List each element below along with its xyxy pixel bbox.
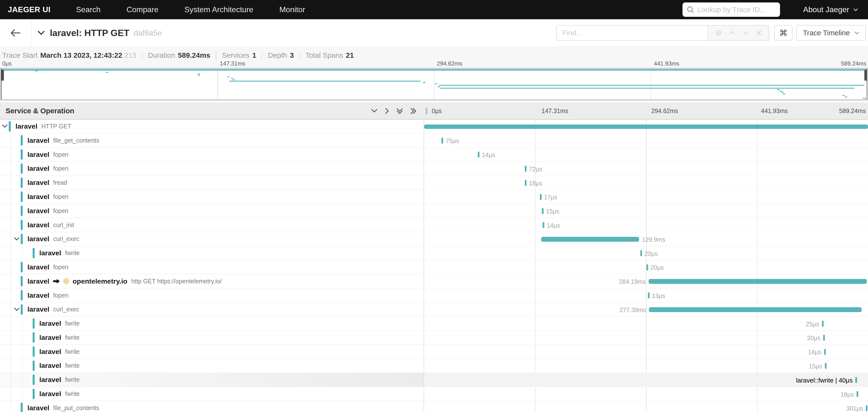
span-bar-row[interactable]: 13μs (424, 288, 868, 303)
span-bar-row[interactable]: 25μs (424, 317, 868, 331)
span-bar-row[interactable]: 14μs (424, 148, 868, 162)
span-name-row[interactable]: laravelfopen (0, 288, 424, 303)
expand-one-icon[interactable] (385, 108, 389, 114)
span-name-row[interactable]: laravelfwrite (0, 387, 424, 401)
span-bar-row[interactable]: 15μs (424, 204, 868, 218)
minimap-scrubber-left[interactable] (1, 70, 4, 81)
span-name-row[interactable]: laravelcurl_exec (0, 303, 424, 317)
span-bar-tick[interactable] (824, 349, 826, 355)
nav-item-search[interactable]: Search (76, 5, 101, 14)
find-box (556, 25, 769, 41)
span-bar[interactable] (424, 125, 868, 129)
span-bar-tick[interactable] (525, 180, 527, 186)
back-button[interactable] (0, 19, 31, 46)
search-icon (687, 6, 694, 13)
expand-all-icon[interactable] (410, 108, 416, 114)
span-bar-tick[interactable] (857, 391, 858, 397)
find-prev-icon[interactable] (729, 31, 735, 35)
span-bar-row[interactable]: 18μs (424, 176, 868, 190)
span-bar-tick[interactable] (855, 377, 857, 383)
collapse-all-icon[interactable] (396, 108, 403, 114)
nav-item-compare[interactable]: Compare (126, 5, 158, 14)
span-name-row[interactable]: laravelfwrite (0, 331, 424, 345)
operation-name: fopen (53, 264, 68, 271)
span-name-row[interactable]: laravelfwrite (0, 345, 424, 359)
span-bar-row[interactable]: laravel::fwrite | 40μs (424, 373, 868, 387)
span-bar-tick[interactable] (525, 166, 527, 172)
span-bar-row[interactable]: 17μs (424, 190, 868, 204)
trace-lookup-input[interactable] (698, 6, 775, 14)
keyboard-shortcuts-button[interactable]: ⌘ (774, 25, 793, 41)
span-bar-row[interactable]: 277.39ms (424, 303, 868, 317)
span-name-row[interactable]: laravelfopen (0, 148, 424, 162)
span-bar-tick[interactable] (648, 292, 650, 298)
span-bar-tick[interactable] (823, 335, 825, 341)
app-logo[interactable]: JAEGER UI (8, 5, 51, 14)
span-name-row[interactable]: laravelfopen (0, 260, 424, 275)
span-name-row[interactable]: laravelcurl_init (0, 218, 424, 232)
span-bar-tick[interactable] (542, 208, 544, 214)
span-name-row[interactable]: laravelfile_put_contents (0, 401, 424, 412)
span-bar-row[interactable]: 20μs (424, 260, 868, 275)
span-bar-row[interactable]: 72μs (424, 162, 868, 176)
span-name-row[interactable]: laravelopentelemetry.iohttp GET https://… (0, 274, 424, 288)
span-expand-chevron[interactable] (14, 237, 20, 241)
span-bar-row[interactable]: 75μs (424, 133, 868, 148)
nav-item-monitor[interactable]: Monitor (279, 5, 305, 14)
span-expand-chevron[interactable] (14, 308, 20, 311)
span-bar-row[interactable]: 18μs (424, 387, 868, 401)
span-bar-row[interactable]: 129.9ms (424, 232, 868, 246)
operation-name: fopen (53, 292, 68, 299)
span-bar-tick[interactable] (866, 405, 868, 411)
span-bar-tick[interactable] (646, 264, 648, 271)
summary-divider (142, 52, 142, 59)
span-name-row[interactable]: laravelfread (0, 176, 424, 190)
jaeger-trace-page: JAEGER UI SearchCompareSystem Architectu… (0, 0, 868, 412)
focus-target-icon[interactable] (715, 29, 722, 36)
span-name-row[interactable]: laravelfopen (0, 190, 424, 204)
span-name-row[interactable]: laravelHTTP GET (0, 120, 424, 134)
span-name-row[interactable]: laravelfwrite (0, 246, 424, 260)
span-bar-tick[interactable] (640, 250, 642, 256)
trace-view-dropdown[interactable]: Trace Timeline (796, 25, 866, 41)
span-bar-tick[interactable] (441, 138, 443, 144)
about-jaeger-menu[interactable]: About Jaeger (803, 5, 858, 14)
span-name-row[interactable]: laravelfwrite (0, 359, 424, 373)
span-bar-row[interactable]: 301μs (424, 401, 868, 412)
operation-name: fopen (53, 193, 68, 200)
span-bar[interactable] (649, 279, 867, 284)
span-bar-row[interactable]: 20μs (424, 246, 868, 260)
span-bar-row[interactable]: 20μs (424, 331, 868, 345)
span-bar-tick[interactable] (825, 363, 827, 369)
span-name-row[interactable]: laravelfwrite (0, 317, 424, 331)
span-name-row[interactable]: laravelfile_get_contents (0, 133, 424, 148)
span-bar-row[interactable] (424, 120, 868, 134)
span-bar-row[interactable]: 14μs (424, 218, 868, 232)
span-name-row[interactable]: laravelcurl_exec (0, 232, 424, 246)
span-name-row[interactable]: laravelfwrite (0, 373, 424, 387)
collapse-one-icon[interactable] (371, 109, 378, 113)
span-bar[interactable] (649, 307, 861, 312)
span-expand-chevron[interactable] (2, 124, 8, 128)
span-bar-row[interactable]: 15μs (424, 359, 868, 373)
span-bar-row[interactable]: 284.19ms (424, 274, 868, 288)
nav-item-system-architecture[interactable]: System Architecture (185, 5, 253, 14)
span-bar[interactable] (541, 237, 639, 242)
span-bar-row[interactable]: 14μs (424, 345, 868, 359)
minimap-scrubber-right[interactable] (864, 70, 867, 81)
find-next-icon[interactable] (743, 31, 749, 35)
find-input[interactable] (557, 26, 707, 40)
span-bar-tick[interactable] (540, 194, 541, 200)
collapse-trace-detail-chevron[interactable] (37, 30, 45, 35)
span-bar-tick[interactable] (822, 321, 824, 327)
minimap-canvas[interactable] (0, 68, 868, 100)
column-splitter[interactable] (424, 103, 429, 119)
span-bar-tick[interactable] (542, 222, 544, 228)
chevron-down-icon (37, 30, 45, 35)
remote-service-name: opentelemetry.io (73, 277, 127, 285)
minimap-tick-label: 294.62ms (437, 60, 462, 67)
span-bar-tick[interactable] (478, 152, 479, 158)
span-name-row[interactable]: laravelfopen (0, 162, 424, 176)
find-clear-icon[interactable] (756, 30, 762, 36)
span-name-row[interactable]: laravelfopen (0, 204, 424, 218)
